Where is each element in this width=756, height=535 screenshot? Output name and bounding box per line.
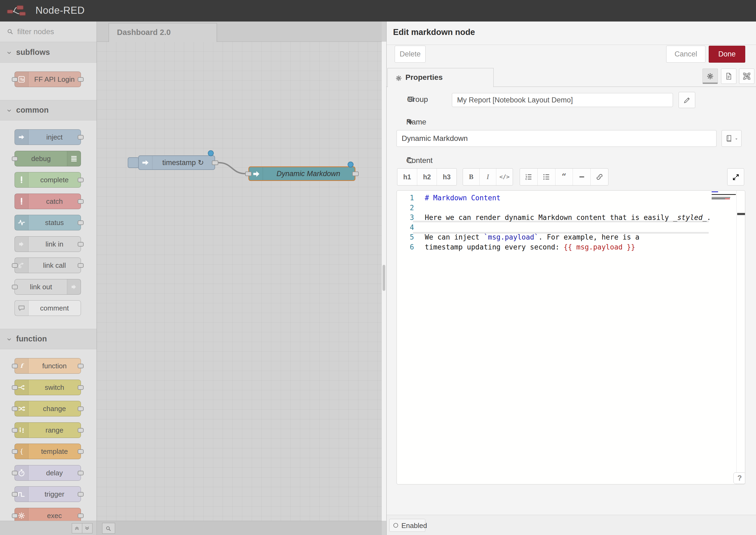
palette-node-exec[interactable]: exec (14, 508, 81, 521)
expand-categories-button[interactable] (82, 523, 93, 533)
input-port (12, 77, 18, 82)
document-icon (725, 72, 733, 80)
wire-layer (97, 42, 382, 521)
output-port (78, 364, 84, 368)
tab-dashboard-2-0[interactable]: Dashboard 2.0 (109, 23, 217, 42)
palette-sidebar: subflowsFF API Logincommoninjectdebugcom… (0, 21, 97, 535)
canvas-zoom-search-button[interactable] (102, 523, 115, 534)
palette-node-switch[interactable]: switch (14, 380, 81, 395)
trigger-icon (17, 490, 26, 498)
code-button[interactable]: </> (496, 169, 513, 185)
link-button[interactable] (590, 169, 608, 185)
node-label: timestamp ↻ (154, 156, 212, 169)
debug-icon (70, 155, 78, 163)
output-port (78, 178, 84, 182)
palette-node-delay[interactable]: delay (14, 465, 81, 481)
output-port (78, 428, 84, 433)
h3-button[interactable]: h3 (436, 169, 457, 185)
flow-canvas[interactable]: timestamp ↻Dynamic Markdown (97, 42, 382, 521)
ordered-list-button[interactable] (520, 169, 537, 185)
done-button[interactable]: Done (709, 46, 745, 63)
group-select-value: My Report [Notebook Layout Demo] (457, 96, 573, 104)
scrollbar-thumb[interactable] (382, 265, 385, 291)
tab-properties[interactable]: Properties (387, 68, 493, 87)
palette-node-function[interactable]: ffunction (14, 358, 81, 374)
palette-category-function[interactable]: function (0, 329, 97, 349)
editor-scroll-indicator (737, 213, 745, 215)
palette-node-catch[interactable]: catch (14, 194, 81, 209)
palette-category-common[interactable]: common (0, 100, 97, 121)
output-port[interactable] (352, 172, 359, 176)
cancel-button[interactable]: Cancel (666, 46, 706, 63)
app-header: Node-RED (0, 0, 756, 21)
palette-node-change[interactable]: change (14, 401, 81, 416)
node-changed-dot (208, 150, 214, 156)
link-out-icon (70, 283, 78, 291)
collapse-categories-button[interactable] (72, 523, 82, 533)
palette-body: subflowsFF API Logincommoninjectdebugcom… (0, 42, 97, 521)
editor-help-button[interactable]: ? (733, 472, 745, 484)
delete-button[interactable]: Delete (395, 46, 426, 63)
appearance-icon (743, 72, 751, 80)
link-icon (596, 173, 603, 181)
name-input[interactable] (397, 130, 716, 147)
canvas-scrollbar[interactable] (382, 42, 386, 521)
input-port[interactable] (245, 172, 252, 176)
output-port (78, 471, 84, 475)
group-select[interactable]: My Report [Notebook Layout Demo] (452, 93, 673, 107)
h2-button[interactable]: h2 (417, 169, 437, 185)
input-port (12, 514, 18, 518)
quote-button[interactable]: “ (555, 169, 573, 185)
flow-node-timestamp[interactable]: timestamp ↻ (138, 155, 215, 170)
svg-text:f: f (20, 362, 24, 369)
palette-category-subflows[interactable]: subflows (0, 42, 97, 63)
palette-node-link-in[interactable]: link in (14, 236, 81, 252)
unordered-list-button[interactable] (537, 169, 555, 185)
output-port[interactable] (212, 160, 218, 165)
exclaim-icon (17, 197, 26, 205)
palette-node-template[interactable]: {template (14, 444, 81, 459)
palette-node-status[interactable]: status (14, 215, 81, 230)
edit-node-panel: Edit markdown node Delete Cancel Done Pr… (386, 21, 756, 535)
panel-title: Edit markdown node (393, 27, 475, 37)
palette-node-ff-api-login[interactable]: FF API Login (14, 71, 81, 87)
input-port (12, 428, 18, 433)
bold-button[interactable]: B (463, 169, 479, 185)
content-label: Content (397, 156, 433, 165)
palette-node-link-call[interactable]: link call (14, 258, 81, 273)
edit-group-button[interactable] (679, 92, 695, 108)
flow-node-dynamic-markdown[interactable]: Dynamic Markdown (248, 166, 355, 181)
palette-node-range[interactable]: range (14, 422, 81, 438)
enabled-label: Enabled (402, 521, 427, 530)
filter-nodes-input[interactable] (17, 25, 93, 38)
expand-editor-button[interactable] (727, 168, 744, 185)
output-port (78, 514, 84, 518)
node-label: Dynamic Markdown (264, 167, 352, 180)
quote-icon: “ (560, 173, 568, 181)
range-icon (17, 426, 26, 434)
wire[interactable] (219, 163, 245, 174)
palette-node-comment[interactable]: comment (14, 300, 81, 316)
h1-button[interactable]: h1 (397, 169, 417, 185)
gear-icon (395, 75, 402, 82)
output-port (78, 385, 84, 390)
output-port (78, 407, 84, 411)
palette-node-debug[interactable]: debug (14, 151, 81, 166)
tab-appearance-button[interactable] (739, 69, 754, 84)
palette-node-inject[interactable]: inject (14, 129, 81, 145)
inject-button[interactable] (128, 157, 139, 168)
enabled-toggle-button[interactable]: Enabled (389, 519, 425, 532)
function-icon: f (17, 362, 26, 370)
comment-icon (17, 304, 26, 312)
output-port (78, 199, 84, 204)
palette-node-trigger[interactable]: trigger (14, 486, 81, 502)
palette-node-link-out[interactable]: link out (14, 279, 81, 295)
tab-label: Dashboard 2.0 (117, 28, 171, 37)
tab-description-button[interactable] (721, 69, 736, 84)
italic-button[interactable]: I (479, 169, 496, 185)
horizontal-rule-button[interactable] (573, 169, 590, 185)
tab-properties-icon-button[interactable] (703, 69, 718, 84)
markdown-code-editor[interactable]: 1# Markdown Content23Here we can render … (397, 190, 745, 485)
name-type-button[interactable] (722, 130, 742, 147)
palette-node-complete[interactable]: complete (14, 172, 81, 188)
